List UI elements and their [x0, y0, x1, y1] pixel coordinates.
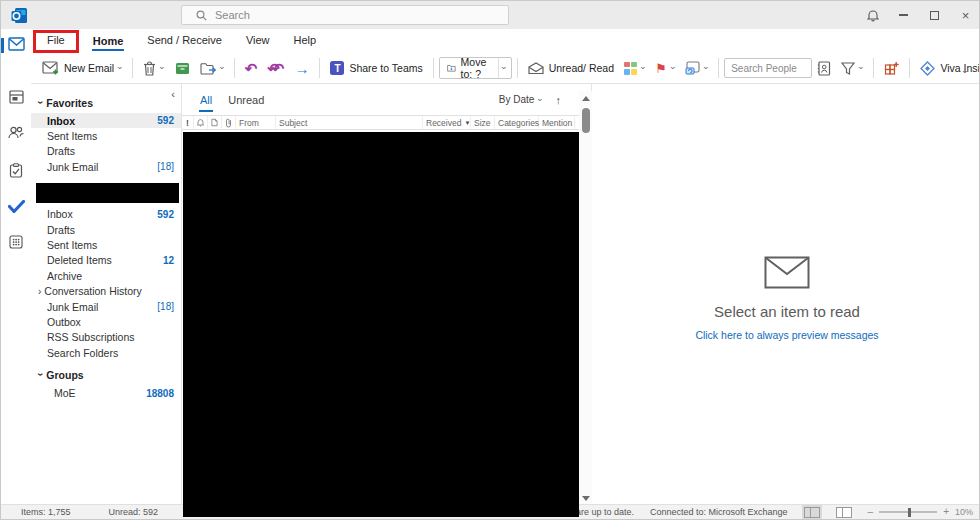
- folder-item-conversation-history[interactable]: ›Conversation History: [31, 284, 181, 299]
- folder-section-favorites[interactable]: ›Favorites: [31, 94, 181, 111]
- filter-funnel-icon: [841, 62, 855, 75]
- categorize-button[interactable]: ›: [619, 56, 650, 80]
- move-to-quickstep-button[interactable]: Move to: ? ›: [439, 57, 512, 79]
- quickstep-gallery-chevron[interactable]: ›: [498, 58, 510, 78]
- folder-item-drafts[interactable]: Drafts: [31, 144, 181, 159]
- chevron-down-icon: ›: [669, 66, 679, 69]
- new-email-button[interactable]: New Email ›: [37, 56, 127, 80]
- rail-tasks-icon[interactable]: [1, 163, 31, 178]
- scroll-down-arrow[interactable]: [582, 496, 590, 501]
- reminder-column-icon[interactable]: [194, 116, 208, 129]
- connection-status: Connected to: Microsoft Exchange: [650, 507, 788, 517]
- titlebar: Search ×: [1, 1, 980, 29]
- column-received[interactable]: Received ▼: [423, 116, 471, 129]
- folder-item-inbox[interactable]: Inbox592: [31, 207, 181, 222]
- search-placeholder: Search: [215, 9, 250, 21]
- follow-up-flag-button[interactable]: ⚑ ›: [650, 56, 680, 80]
- move-to-folder-button[interactable]: ›: [195, 56, 229, 80]
- reading-view-button[interactable]: [836, 507, 852, 518]
- new-email-icon: [42, 61, 59, 75]
- sync-icon: [685, 61, 700, 75]
- chevron-down-icon: ›: [35, 373, 46, 376]
- sort-direction-arrow[interactable]: ↑: [556, 94, 562, 106]
- folder-item-deleted-items[interactable]: Deleted Items12: [31, 253, 181, 268]
- close-button[interactable]: ×: [950, 1, 980, 29]
- collapse-pane-icon[interactable]: ‹: [171, 88, 175, 100]
- scrollbar-thumb[interactable]: [582, 108, 590, 133]
- message-list-scrollbar[interactable]: [579, 91, 592, 506]
- zoom-in-icon[interactable]: +: [943, 507, 949, 517]
- forward-icon: →: [294, 61, 309, 76]
- minimize-button[interactable]: [888, 1, 919, 29]
- delete-button[interactable]: ›: [138, 56, 169, 80]
- folder-item-sent-items[interactable]: Sent Items: [31, 237, 181, 252]
- add-ins-icon: [884, 61, 899, 76]
- item-type-column-icon[interactable]: [208, 116, 222, 129]
- rail-todo-icon[interactable]: [1, 200, 31, 213]
- menu-view[interactable]: View: [234, 29, 282, 53]
- chevron-right-icon[interactable]: ›: [38, 286, 41, 297]
- menu-help[interactable]: Help: [282, 29, 329, 53]
- rail-calendar-icon[interactable]: [1, 89, 31, 104]
- folder-unread-count: 18808: [146, 388, 174, 399]
- rail-more-apps-icon[interactable]: [1, 235, 31, 249]
- folder-item-junk-email[interactable]: Junk Email[18]: [31, 299, 181, 314]
- zoom-level[interactable]: 10%: [955, 507, 973, 517]
- folder-item-archive[interactable]: Archive: [31, 268, 181, 283]
- message-list-tabs: All Unread By Date › ↑: [182, 84, 591, 115]
- tab-unread[interactable]: Unread: [228, 94, 264, 106]
- folder-unread-count: 12: [163, 255, 174, 266]
- folder-section-groups[interactable]: ›Groups: [31, 366, 181, 383]
- folder-item-junk-email[interactable]: Junk Email[18]: [31, 159, 181, 174]
- outlook-window: { "titlebar": { "search_placeholder": "S…: [0, 0, 980, 520]
- column-from[interactable]: From: [236, 116, 276, 129]
- menu-home[interactable]: Home: [81, 29, 136, 53]
- folder-item-inbox[interactable]: Inbox592: [31, 113, 181, 128]
- filter-email-button[interactable]: ›: [836, 56, 868, 80]
- rail-people-icon[interactable]: [1, 126, 31, 139]
- scroll-up-arrow[interactable]: [582, 96, 590, 101]
- normal-view-button[interactable]: [804, 507, 820, 518]
- column-mention[interactable]: Mention: [539, 116, 575, 129]
- search-people-input[interactable]: [724, 58, 812, 78]
- maximize-button[interactable]: [919, 1, 950, 29]
- unread-read-button[interactable]: Unread/ Read: [523, 56, 619, 80]
- sort-by-date-button[interactable]: By Date › ↑: [499, 94, 561, 106]
- column-categories[interactable]: Categories: [495, 116, 539, 129]
- zoom-out-icon[interactable]: –: [868, 507, 874, 517]
- forward-button[interactable]: →: [289, 56, 314, 80]
- column-subject[interactable]: Subject: [276, 116, 423, 129]
- menu-file[interactable]: File: [33, 30, 79, 53]
- reply-button[interactable]: ↶: [240, 56, 263, 80]
- reply-all-button[interactable]: ↶↶: [262, 56, 289, 80]
- viva-insights-button[interactable]: Viva Insights: [915, 56, 980, 80]
- search-input[interactable]: Search: [181, 5, 509, 25]
- tab-all[interactable]: All: [199, 88, 213, 112]
- ribbon-collapse-chevron[interactable]: ›: [961, 70, 971, 73]
- rail-mail-icon[interactable]: [1, 37, 31, 51]
- attachment-column-icon[interactable]: [222, 116, 236, 129]
- folder-item-sent-items[interactable]: Sent Items: [31, 128, 181, 143]
- importance-column-icon[interactable]: !: [182, 116, 194, 129]
- left-rail: [1, 29, 31, 506]
- folder-item-search-folders[interactable]: Search Folders: [31, 345, 181, 360]
- folder-item-outbox[interactable]: Outbox: [31, 314, 181, 329]
- notifications-bell-icon[interactable]: [857, 1, 888, 29]
- add-ins-button[interactable]: [879, 56, 904, 80]
- address-book-button[interactable]: [812, 56, 836, 80]
- quickstep-folder-icon: [447, 62, 456, 74]
- menu-send-receive[interactable]: Send / Receive: [135, 29, 234, 53]
- chevron-down-icon: ›: [116, 66, 126, 69]
- menubar: FileHomeSend / ReceiveViewHelp: [31, 29, 979, 53]
- folder-item-moe[interactable]: MoE18808: [31, 385, 181, 400]
- zoom-slider-thumb[interactable]: [908, 508, 911, 517]
- share-to-teams-button[interactable]: T Share to Teams: [325, 56, 427, 80]
- archive-button[interactable]: [170, 56, 195, 80]
- folder-item-drafts[interactable]: Drafts: [31, 222, 181, 237]
- folder-item-rss-subscriptions[interactable]: RSS Subscriptions: [31, 330, 181, 345]
- column-size[interactable]: Size: [471, 116, 495, 129]
- chevron-down-icon: ›: [536, 98, 546, 101]
- sync-button[interactable]: ›: [680, 56, 713, 80]
- zoom-slider[interactable]: [879, 511, 937, 513]
- always-preview-link[interactable]: Click here to always preview messages: [695, 329, 878, 341]
